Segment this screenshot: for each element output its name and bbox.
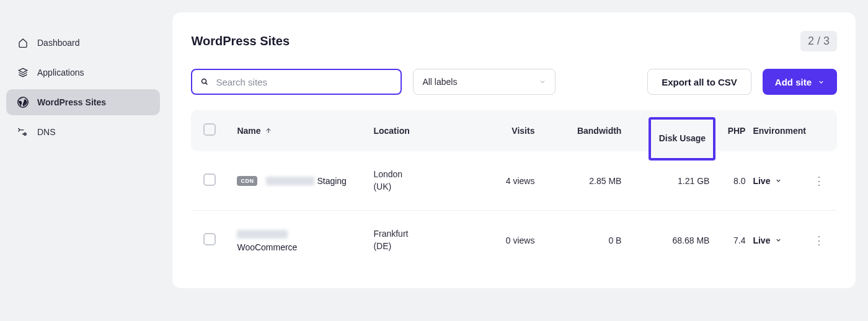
location-cell: London (UK)	[373, 169, 466, 193]
visits-cell: 0 views	[466, 235, 534, 245]
location-cell: Frankfurt (DE)	[373, 228, 466, 252]
site-name-suffix: Staging	[317, 176, 346, 186]
bandwidth-cell: 0 B	[534, 235, 621, 245]
svg-line-3	[206, 83, 208, 85]
disk-usage-cell: 1.21 GB	[621, 176, 714, 186]
column-header-php[interactable]: PHP	[714, 126, 745, 136]
row-actions-menu[interactable]: ⋮	[813, 234, 825, 247]
chevron-down-icon	[775, 237, 782, 244]
column-header-bandwidth[interactable]: Bandwidth	[534, 126, 621, 136]
sidebar-item-label: DNS	[37, 127, 56, 137]
svg-marker-0	[19, 68, 27, 73]
table-row: WooCommerce Frankfurt (DE) 0 views 0 B 6…	[191, 211, 837, 270]
svg-point-2	[202, 79, 206, 84]
column-header-location[interactable]: Location	[373, 126, 466, 136]
disk-usage-cell: 68.68 MB	[621, 235, 714, 245]
chevron-down-icon	[775, 177, 782, 184]
sort-asc-icon	[265, 127, 272, 134]
search-wrap[interactable]	[191, 69, 402, 95]
php-cell: 8.0	[714, 176, 745, 186]
bandwidth-cell: 2.85 MB	[534, 176, 621, 186]
panel: WordPress Sites 2 / 3 All labels	[172, 12, 856, 288]
labels-select[interactable]: All labels	[413, 69, 556, 95]
row-actions-menu[interactable]: ⋮	[813, 175, 825, 187]
page-title: WordPress Sites	[191, 34, 290, 48]
column-header-visits[interactable]: Visits	[466, 126, 534, 136]
pagination-badge: 2 / 3	[800, 31, 837, 51]
row-checkbox[interactable]	[203, 174, 216, 186]
cdn-badge: CDN	[237, 176, 257, 186]
site-name-suffix: WooCommerce	[237, 242, 373, 252]
redacted-name	[237, 230, 288, 239]
column-header-environment[interactable]: Environment	[745, 126, 806, 136]
environment-cell[interactable]: Live	[745, 176, 806, 186]
layers-icon	[17, 67, 29, 78]
wordpress-icon	[17, 97, 29, 108]
home-icon	[17, 37, 29, 48]
sites-table: Name Location Visits Bandwidth Disk Usag…	[191, 110, 837, 270]
dns-icon	[17, 126, 29, 138]
controls-row: All labels Export all to CSV Add site	[191, 69, 837, 95]
add-site-label: Add site	[775, 77, 812, 87]
chevron-down-icon	[818, 79, 825, 86]
redacted-name	[266, 177, 314, 185]
chevron-down-icon	[539, 78, 546, 86]
search-icon	[201, 77, 210, 86]
panel-header: WordPress Sites 2 / 3	[191, 31, 837, 51]
sidebar: Dashboard Applications WordPress Sites D…	[0, 0, 166, 321]
sidebar-item-label: Dashboard	[37, 38, 80, 48]
labels-select-value: All labels	[422, 77, 457, 87]
row-checkbox[interactable]	[203, 233, 216, 245]
add-site-button[interactable]: Add site	[763, 69, 837, 95]
table-header: Name Location Visits Bandwidth Disk Usag…	[191, 110, 837, 151]
sidebar-item-applications[interactable]: Applications	[6, 59, 160, 86]
column-header-name[interactable]: Name	[237, 126, 373, 136]
sidebar-item-label: WordPress Sites	[37, 97, 106, 107]
sidebar-item-dns[interactable]: DNS	[6, 119, 160, 145]
main-content: WordPress Sites 2 / 3 All labels	[166, 0, 868, 321]
environment-cell[interactable]: Live	[745, 235, 806, 245]
disk-usage-highlight: Disk Usage	[649, 117, 715, 160]
php-cell: 7.4	[714, 235, 745, 245]
select-all-checkbox[interactable]	[203, 123, 216, 136]
table-row: CDN Staging London (UK) 4 views 2.85 MB …	[191, 151, 837, 211]
sidebar-item-label: Applications	[37, 68, 84, 77]
export-csv-button[interactable]: Export all to CSV	[647, 69, 751, 95]
site-name-cell[interactable]: CDN Staging	[237, 176, 373, 186]
sidebar-item-dashboard[interactable]: Dashboard	[6, 30, 160, 56]
search-input[interactable]	[210, 77, 392, 87]
sidebar-item-wordpress-sites[interactable]: WordPress Sites	[6, 89, 160, 115]
site-name-cell[interactable]: WooCommerce	[237, 229, 373, 252]
visits-cell: 4 views	[466, 176, 534, 186]
